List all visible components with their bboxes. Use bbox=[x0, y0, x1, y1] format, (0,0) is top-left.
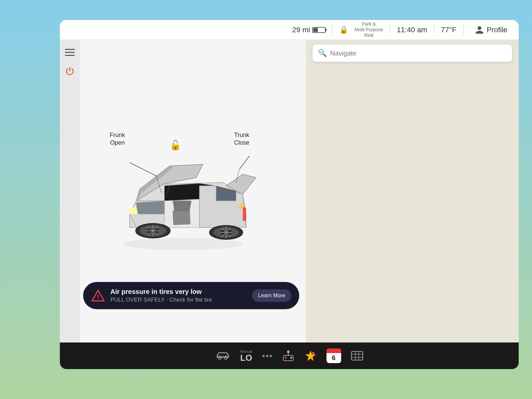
warning-icon-wrapper: ! bbox=[91, 289, 105, 303]
star-icon bbox=[305, 350, 317, 362]
svg-rect-1 bbox=[65, 52, 75, 53]
lock-status: 🔒 bbox=[339, 26, 348, 34]
joystick-icon bbox=[282, 349, 295, 362]
navigate-input[interactable] bbox=[330, 50, 507, 57]
sidebar-power-icon[interactable] bbox=[64, 65, 76, 77]
car-icon bbox=[215, 351, 230, 361]
taskbar-grid[interactable] bbox=[351, 351, 363, 360]
divider-3 bbox=[434, 25, 434, 35]
status-bar: 29 mi 🔒 Park & Multi Purpose Rink 11:40 … bbox=[60, 20, 519, 40]
svg-rect-71 bbox=[285, 357, 287, 359]
sidebar-menu-icon[interactable] bbox=[64, 47, 76, 59]
taskbar-star[interactable] bbox=[305, 350, 317, 362]
sidebar bbox=[60, 40, 80, 342]
gear-label: LO bbox=[240, 353, 252, 362]
svg-rect-0 bbox=[65, 49, 75, 50]
location-display: Park & Multi Purpose Rink bbox=[355, 21, 383, 38]
grid-icon bbox=[351, 351, 363, 360]
three-dots-menu[interactable] bbox=[262, 355, 272, 357]
svg-text:!: ! bbox=[97, 293, 99, 301]
taskbar-joystick[interactable] bbox=[282, 349, 295, 362]
svg-rect-2 bbox=[65, 55, 75, 56]
calendar-date: 6 bbox=[332, 353, 335, 361]
battery-icon bbox=[312, 27, 326, 33]
taskbar-manual-lo[interactable]: Manual LO bbox=[240, 350, 252, 362]
profile-button[interactable]: Profile bbox=[470, 23, 512, 37]
lock-icon: 🔒 bbox=[339, 26, 348, 34]
taskbar: Manual LO bbox=[60, 342, 519, 369]
warning-banner: ! Air pressure in tires very low PULL OV… bbox=[83, 282, 299, 309]
temp-value: 77°F bbox=[441, 26, 457, 34]
calendar-header bbox=[327, 348, 341, 353]
main-screen: 29 mi 🔒 Park & Multi Purpose Rink 11:40 … bbox=[60, 20, 519, 369]
profile-icon bbox=[475, 25, 484, 35]
svg-line-20 bbox=[130, 163, 156, 176]
taskbar-car[interactable] bbox=[215, 351, 230, 361]
warning-subtitle: PULL OVER SAFELY · Check for flat tire bbox=[110, 297, 247, 303]
svg-point-3 bbox=[123, 238, 243, 250]
learn-more-button[interactable]: Learn More bbox=[252, 289, 291, 302]
car-illustration: ⚡ bbox=[103, 134, 263, 261]
time-value: 11:40 am bbox=[397, 26, 427, 34]
divider-4 bbox=[463, 25, 464, 35]
car-diagram: FrunkOpen TrunkClose 🔓 bbox=[100, 121, 266, 261]
divider-2 bbox=[390, 25, 390, 35]
location-sub: Multi Purpose bbox=[355, 27, 383, 33]
svg-line-22 bbox=[239, 156, 249, 169]
calendar-badge[interactable]: 6 bbox=[327, 348, 341, 363]
warning-triangle-icon: ! bbox=[91, 289, 105, 302]
range-display: 29 mi bbox=[292, 26, 326, 34]
svg-point-75 bbox=[313, 352, 314, 354]
location-text: Park & bbox=[362, 21, 376, 27]
time-display: 11:40 am bbox=[397, 26, 427, 34]
divider-1 bbox=[332, 25, 332, 35]
warning-text-block: Air pressure in tires very low PULL OVER… bbox=[110, 288, 247, 303]
map-panel: 10 Fontana Ave Randall Ave Valley Blvd B… bbox=[306, 40, 519, 369]
temp-display: 77°F bbox=[441, 26, 457, 34]
map-background bbox=[306, 40, 519, 369]
profile-label: Profile bbox=[487, 26, 507, 34]
range-value: 29 mi bbox=[292, 26, 310, 34]
search-icon: 🔍 bbox=[318, 49, 327, 58]
svg-point-72 bbox=[290, 357, 292, 359]
svg-point-70 bbox=[287, 350, 290, 353]
svg-text:⚡: ⚡ bbox=[236, 202, 245, 211]
search-bar[interactable]: 🔍 bbox=[313, 45, 512, 62]
car-panel: FrunkOpen TrunkClose 🔓 bbox=[60, 40, 306, 342]
svg-rect-76 bbox=[351, 351, 363, 360]
warning-title: Air pressure in tires very low bbox=[110, 288, 247, 296]
location-sub2: Rink bbox=[364, 33, 373, 38]
